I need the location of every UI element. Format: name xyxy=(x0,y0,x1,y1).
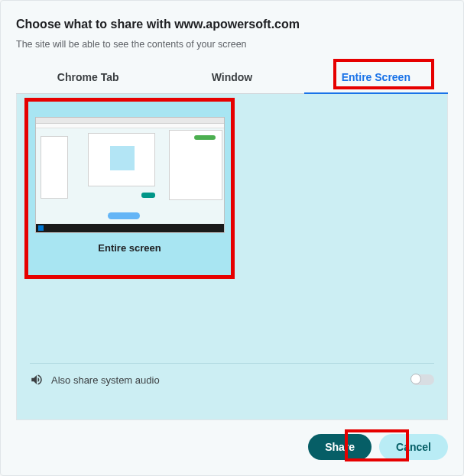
share-button[interactable]: Share xyxy=(308,434,372,460)
cancel-button[interactable]: Cancel xyxy=(379,434,448,460)
tab-bar: Chrome Tab Window Entire Screen xyxy=(16,63,448,94)
screen-option-entire[interactable]: Entire screen xyxy=(24,98,235,279)
share-screen-dialog: Choose what to share with www.apowersoft… xyxy=(0,0,464,476)
audio-toggle[interactable] xyxy=(411,374,434,385)
dialog-footer: Share Cancel xyxy=(16,420,448,460)
toggle-knob xyxy=(410,374,421,384)
audio-share-label: Also share system audio xyxy=(51,374,404,386)
screen-selection-area: Entire screen Also share system audio xyxy=(16,94,448,420)
sound-icon xyxy=(30,373,44,387)
screen-option-label: Entire screen xyxy=(28,242,231,254)
tab-entire-screen[interactable]: Entire Screen xyxy=(304,63,448,94)
tab-chrome-tab[interactable]: Chrome Tab xyxy=(16,63,160,94)
audio-share-row: Also share system audio xyxy=(30,363,434,387)
tab-window[interactable]: Window xyxy=(160,63,303,94)
dialog-title: Choose what to share with www.apowersoft… xyxy=(16,18,448,31)
dialog-subtitle: The site will be able to see the content… xyxy=(16,39,448,50)
screen-thumbnail xyxy=(35,117,225,233)
